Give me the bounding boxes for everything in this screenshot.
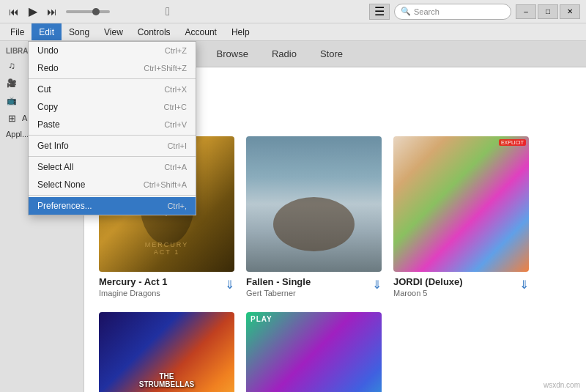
album-info-jordi: JORDI (Deluxe) Maroon 5 ⇓: [393, 276, 529, 297]
menu-bar: File Edit Song View Controls Account Hel…: [0, 23, 586, 41]
window-controls: – □ ✕: [516, 4, 580, 19]
menu-copy[interactable]: Copy Ctrl+C: [29, 98, 196, 116]
menu-song[interactable]: Song: [62, 23, 97, 40]
menu-getinfo[interactable]: Get Info Ctrl+I: [29, 137, 196, 155]
menu-view[interactable]: View: [97, 23, 130, 40]
menu-undo[interactable]: Undo Ctrl+Z: [29, 42, 196, 59]
download-icon-fallen[interactable]: ⇓: [372, 278, 382, 292]
album-art-play: PLAY: [246, 312, 382, 392]
search-placeholder: Search: [414, 7, 440, 16]
album-text-fallen: Fallen - Single Gert Taberner: [246, 276, 372, 297]
forward-button[interactable]: ⏭: [44, 4, 60, 20]
album-art-fallen: [246, 136, 382, 272]
download-icon-jordi[interactable]: ⇓: [519, 278, 529, 292]
tab-store[interactable]: Store: [308, 44, 355, 64]
album-text-jordi: JORDI (Deluxe) Maroon 5: [393, 276, 519, 297]
tab-browse[interactable]: Browse: [205, 44, 260, 64]
apple-logo: : [166, 5, 170, 18]
menu-selectnone[interactable]: Select None Ctrl+Shift+A: [29, 176, 196, 193]
album-artist-fallen: Gert Taberner: [246, 289, 372, 297]
separator-1: [29, 78, 196, 79]
album-artist-mercury: Imagine Dragons: [99, 289, 225, 297]
tv-icon: 📺: [6, 95, 18, 106]
menu-help[interactable]: Help: [224, 23, 257, 40]
menu-paste[interactable]: Paste Ctrl+V: [29, 116, 196, 133]
separator-2: [29, 135, 196, 136]
movie-icon: 🎥: [6, 77, 18, 89]
album-grid-row2: THESTRUMBELLAS PLAY: [99, 312, 571, 392]
rewind-button[interactable]: ⏮: [6, 4, 22, 20]
album-card-strumbellas[interactable]: THESTRUMBELLAS: [99, 312, 234, 392]
playback-section: ⏮ ▶ ⏭ : [6, 4, 170, 20]
menu-cut[interactable]: Cut Ctrl+X: [29, 81, 196, 98]
tab-radio[interactable]: Radio: [260, 44, 308, 64]
list-view-button[interactable]: ☰: [369, 4, 390, 20]
menu-controls[interactable]: Controls: [130, 23, 178, 40]
album-info-fallen: Fallen - Single Gert Taberner ⇓: [246, 276, 382, 297]
menu-preferences[interactable]: Preferences... Ctrl+,: [29, 197, 196, 215]
menu-selectall[interactable]: Select All Ctrl+A: [29, 158, 196, 176]
playback-controls: ⏮ ▶ ⏭: [6, 4, 60, 20]
volume-slider[interactable]: [66, 10, 110, 13]
play-button[interactable]: ▶: [25, 4, 41, 20]
album-card-play[interactable]: PLAY: [246, 312, 382, 392]
album-info-mercury: Mercury - Act 1 Imagine Dragons ⇓: [99, 276, 234, 297]
search-icon: 🔍: [401, 7, 411, 16]
menu-edit[interactable]: Edit: [31, 23, 62, 40]
watermark: wsxdn.com: [544, 381, 580, 389]
album-art-jordi: EXPLICIT: [393, 136, 529, 272]
album-text-mercury: Mercury - Act 1 Imagine Dragons: [99, 276, 225, 297]
music-icon: ♫: [6, 59, 18, 71]
menu-redo[interactable]: Redo Ctrl+Shift+Z: [29, 59, 196, 77]
album-card-fallen[interactable]: Fallen - Single Gert Taberner ⇓: [246, 136, 382, 297]
title-bar: ⏮ ▶ ⏭  ☰ 🔍 Search – □ ✕: [0, 0, 586, 23]
separator-3: [29, 156, 196, 157]
volume-thumb: [92, 8, 100, 15]
apps-icon: ⊞: [6, 112, 18, 124]
minimize-button[interactable]: –: [516, 4, 536, 19]
album-title-mercury: Mercury - Act 1: [99, 276, 225, 287]
list-icon: ☰: [374, 4, 385, 18]
close-button[interactable]: ✕: [560, 4, 580, 19]
edit-dropdown-menu: Undo Ctrl+Z Redo Ctrl+Shift+Z Cut Ctrl+X…: [28, 41, 196, 215]
maximize-button[interactable]: □: [538, 4, 558, 19]
album-title-jordi: JORDI (Deluxe): [393, 276, 519, 287]
download-icon-mercury[interactable]: ⇓: [225, 278, 234, 292]
menu-file[interactable]: File: [3, 23, 31, 40]
sidebar-appl-label: Appl...: [6, 130, 29, 138]
album-card-jordi[interactable]: EXPLICIT JORDI (Deluxe) Maroon 5 ⇓: [393, 136, 529, 297]
album-artist-jordi: Maroon 5: [393, 289, 519, 297]
menu-account[interactable]: Account: [178, 23, 224, 40]
separator-4: [29, 195, 196, 196]
album-title-fallen: Fallen - Single: [246, 276, 372, 287]
album-art-strumbellas: THESTRUMBELLAS: [99, 312, 234, 392]
search-box[interactable]: 🔍 Search: [394, 4, 511, 20]
